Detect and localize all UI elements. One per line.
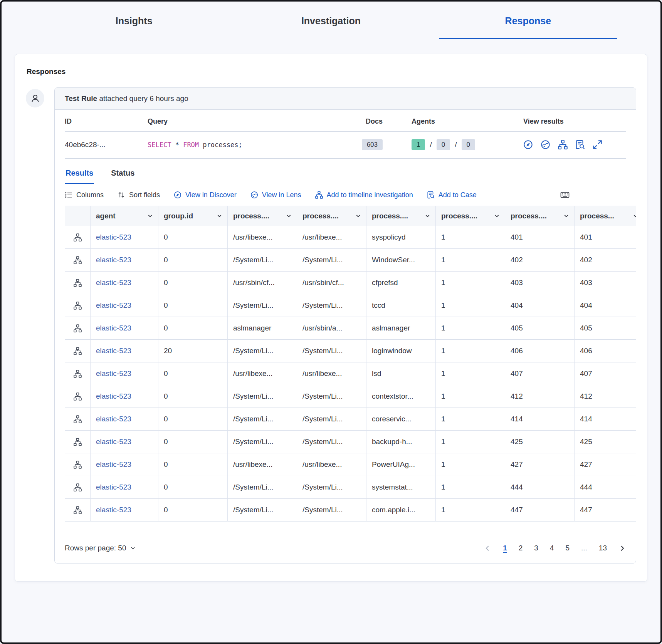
summary-col-docs: Docs (336, 117, 412, 126)
page-button-2[interactable]: 2 (519, 544, 523, 552)
agent-cell[interactable]: elastic-523 (91, 499, 158, 522)
open-analyzer-button[interactable] (65, 476, 91, 499)
tab-label: Status (111, 169, 134, 177)
agent-cell[interactable]: elastic-523 (91, 340, 158, 362)
sort-fields-button[interactable]: Sort fields (118, 191, 160, 199)
column-label: process.... (302, 212, 339, 220)
grid-cell: WindowSer... (366, 249, 436, 272)
agent-link[interactable]: elastic-523 (96, 369, 131, 378)
sql-text: processes; (199, 141, 242, 149)
agent-link[interactable]: elastic-523 (96, 438, 131, 446)
grid-column-header[interactable]: process.... (297, 206, 366, 226)
open-analyzer-button[interactable] (65, 294, 91, 317)
grid-column-header[interactable]: process... (575, 206, 636, 226)
grid-cell: backupd-h... (366, 431, 436, 453)
agent-link[interactable]: elastic-523 (96, 256, 131, 264)
grid-column-header[interactable]: process.... (436, 206, 505, 226)
grid-cell: syspolicyd (366, 226, 436, 249)
page-button-3[interactable]: 3 (534, 544, 538, 552)
agent-link[interactable]: elastic-523 (96, 324, 131, 332)
open-analyzer-button[interactable] (65, 249, 91, 272)
agent-cell[interactable]: elastic-523 (91, 476, 158, 499)
grid-column-header[interactable]: process.... (505, 206, 575, 226)
grid-column-header[interactable]: group.id (158, 206, 228, 226)
chevron-down-icon (355, 213, 361, 219)
keyboard-shortcuts-button[interactable] (560, 190, 570, 200)
summary-col-query: Query (148, 117, 336, 126)
agent-link[interactable]: elastic-523 (96, 278, 131, 287)
grid-cell: /usr/libexe... (228, 453, 297, 476)
grid-cell: /usr/libexe... (297, 362, 366, 385)
agent-cell[interactable]: elastic-523 (91, 226, 158, 249)
agent-link[interactable]: elastic-523 (96, 233, 131, 242)
agent-cell[interactable]: elastic-523 (91, 431, 158, 453)
open-analyzer-button[interactable] (65, 499, 91, 522)
lens-icon[interactable] (541, 140, 550, 149)
grid-cell: 401 (505, 226, 575, 249)
chevron-down-icon (130, 545, 136, 551)
tab-insights[interactable]: Insights (35, 2, 232, 39)
discover-icon[interactable] (523, 140, 533, 149)
analyzer-icon (74, 483, 82, 491)
tab-status[interactable]: Status (110, 164, 135, 184)
open-analyzer-button[interactable] (65, 317, 91, 340)
page-button-5[interactable]: 5 (565, 544, 570, 552)
page-button-13[interactable]: 13 (599, 544, 607, 552)
grid-cell: 447 (505, 499, 575, 522)
tab-results[interactable]: Results (65, 164, 94, 184)
agent-cell[interactable]: elastic-523 (91, 408, 158, 431)
grid-cell: 404 (505, 294, 575, 317)
tab-response[interactable]: Response (430, 2, 627, 39)
timeline-icon[interactable] (558, 140, 568, 149)
grid-column-header[interactable]: agent (91, 206, 158, 226)
grid-column-header[interactable]: process.... (366, 206, 436, 226)
grid-body: elastic-5230/usr/libexe.../usr/libexe...… (65, 226, 636, 522)
add-to-case-link[interactable]: Add to Case (427, 191, 477, 199)
agent-cell[interactable]: elastic-523 (91, 385, 158, 408)
table-row: elastic-5230/System/Li.../System/Li...ba… (65, 431, 636, 453)
open-analyzer-button[interactable] (65, 431, 91, 453)
agent-link[interactable]: elastic-523 (96, 483, 131, 491)
agent-link[interactable]: elastic-523 (96, 392, 131, 401)
expand-icon[interactable] (593, 140, 602, 149)
grid-cell: /usr/libexe... (297, 226, 366, 249)
open-analyzer-button[interactable] (65, 453, 91, 476)
page-button-1[interactable]: 1 (503, 544, 507, 552)
agent-link[interactable]: elastic-523 (96, 460, 131, 469)
view-in-lens-link[interactable]: View in Lens (250, 191, 301, 199)
add-to-timeline-link[interactable]: Add to timeline investigation (315, 191, 413, 199)
open-analyzer-button[interactable] (65, 408, 91, 431)
agent-cell[interactable]: elastic-523 (91, 317, 158, 340)
open-analyzer-button[interactable] (65, 362, 91, 385)
rows-per-page-button[interactable]: Rows per page: 50 (65, 544, 136, 552)
agent-cell[interactable]: elastic-523 (91, 453, 158, 476)
open-analyzer-button[interactable] (65, 226, 91, 249)
agents-success-badge: 1 (412, 139, 425, 150)
agent-cell[interactable]: elastic-523 (91, 294, 158, 317)
agent-cell[interactable]: elastic-523 (91, 249, 158, 272)
open-analyzer-button[interactable] (65, 385, 91, 408)
agent-link[interactable]: elastic-523 (96, 506, 131, 514)
tab-investigation[interactable]: Investigation (232, 2, 429, 39)
case-icon[interactable] (575, 140, 585, 149)
open-analyzer-button[interactable] (65, 272, 91, 294)
analyzer-icon (74, 256, 82, 264)
agent-link[interactable]: elastic-523 (96, 301, 131, 310)
agent-link[interactable]: elastic-523 (96, 415, 131, 423)
open-analyzer-button[interactable] (65, 340, 91, 362)
agent-link[interactable]: elastic-523 (96, 347, 131, 355)
agent-cell[interactable]: elastic-523 (91, 362, 158, 385)
columns-button[interactable]: Columns (65, 191, 104, 199)
page-button-4[interactable]: 4 (550, 544, 554, 552)
prev-page-button[interactable] (484, 545, 491, 552)
view-results-actions (523, 140, 626, 149)
grid-cell: 1 (436, 385, 505, 408)
grid-cell: 403 (575, 272, 636, 294)
grid-column-header[interactable]: process.... (228, 206, 297, 226)
grid-cell: 20 (158, 340, 228, 362)
agent-cell[interactable]: elastic-523 (91, 272, 158, 294)
grid-cell: 1 (436, 340, 505, 362)
next-page-button[interactable] (618, 545, 626, 552)
view-in-discover-link[interactable]: View in Discover (174, 191, 237, 199)
keyboard-icon (560, 190, 570, 200)
